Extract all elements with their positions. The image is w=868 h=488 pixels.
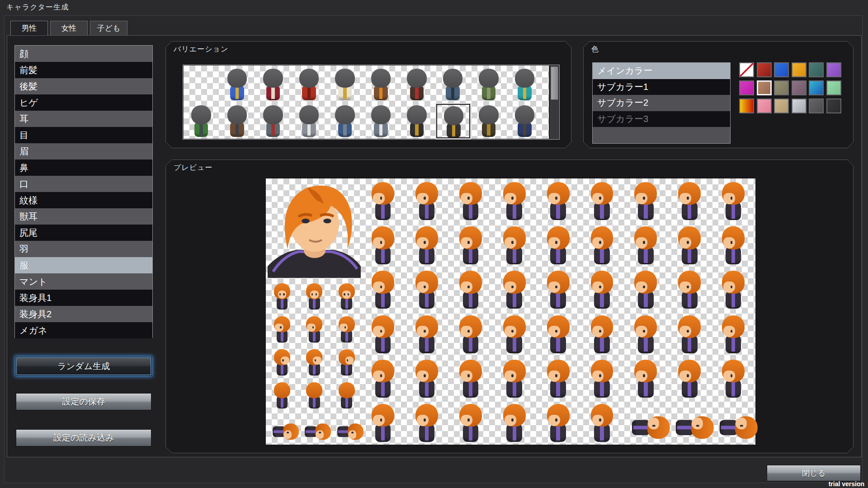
color-swatch[interactable] [809,80,824,95]
parts-list-item[interactable]: ヒゲ [15,94,152,111]
sprite-body-trim [688,249,691,263]
parts-list-item[interactable]: 鼻 [15,160,152,176]
walk-sprite [304,316,325,343]
sprite-head [678,315,701,338]
color-swatch[interactable] [826,80,841,95]
variation-scrollbar[interactable] [549,66,559,139]
variation-cell[interactable] [327,103,363,139]
color-target-item[interactable]: メインカラー [593,63,730,79]
sprite-body [375,291,391,309]
variation-cell[interactable] [399,103,435,139]
variation-cell[interactable] [292,103,327,139]
color-swatch-grid [739,62,844,116]
color-swatch[interactable] [739,99,754,113]
mannequin-sprite [512,105,538,137]
load-settings-button[interactable]: 設定の読み込み [16,429,151,446]
color-swatch[interactable] [809,62,824,77]
color-target-item[interactable]: サブカラー2 [593,95,730,111]
color-swatch[interactable] [792,62,807,77]
variation-cell[interactable] [363,103,399,139]
color-target-item[interactable]: サブカラー3 [593,111,730,127]
battler-sprite [675,226,704,264]
variation-cell[interactable] [220,66,255,103]
color-swatch[interactable] [792,80,807,95]
sprite-body-trim [688,381,691,396]
sprite-body [374,86,387,100]
variation-cell[interactable] [292,66,327,103]
parts-list-item[interactable]: 耳 [15,111,152,127]
parts-list-item[interactable]: 装身具1 [15,290,152,306]
variation-cell[interactable] [255,66,291,103]
sprite-head [722,182,745,205]
color-swatch[interactable] [792,99,807,113]
parts-list-item[interactable]: 紋様 [15,192,152,208]
sprite-body-trim [381,204,385,218]
variation-cell[interactable] [184,103,219,139]
scrollbar-thumb[interactable] [551,66,558,100]
battler-sprite [544,271,573,309]
sprite-body [726,202,741,220]
sprite-head [459,182,482,205]
parts-list-item[interactable]: 後髪 [15,78,152,94]
sprite-body-trim [425,337,429,352]
parts-list-item[interactable]: 顔 [15,46,152,62]
variation-cell[interactable] [255,103,291,139]
sprite-eye [424,374,426,377]
parts-list-item[interactable]: メガネ [15,322,152,338]
variation-cell[interactable] [471,66,507,103]
color-swatch[interactable] [757,99,772,113]
variation-cell[interactable] [471,103,507,139]
variation-cell[interactable] [184,66,219,103]
color-swatch[interactable] [774,62,789,77]
variation-cell[interactable] [363,66,399,103]
mannequin-sprite [368,105,394,137]
sprite-head [274,283,290,299]
variation-cell[interactable] [435,66,471,103]
variation-cell[interactable] [399,66,435,103]
mannequin-sprite [332,69,358,100]
color-swatch[interactable] [809,99,824,113]
sprite-eye [467,241,470,244]
save-settings-button[interactable]: 設定の保存 [16,393,151,410]
sprite-eye [424,330,426,333]
variation-cell[interactable] [507,103,543,139]
parts-list-item[interactable]: 尻尾 [15,225,152,241]
battler-sprite [544,404,573,442]
sprite-body-trim [306,430,316,433]
sprite-face [679,326,691,337]
tab-male[interactable]: 男性 [10,21,48,36]
tab-female[interactable]: 女性 [50,21,88,36]
sprite-body-trim [281,298,283,308]
variation-cell[interactable] [220,103,255,139]
variation-cell[interactable] [507,66,543,103]
color-swatch[interactable] [739,80,754,95]
random-generate-button[interactable]: ランダム生成 [16,357,151,375]
sprite-body [726,380,741,398]
close-button[interactable]: 閉じる [767,465,861,481]
parts-list-item[interactable]: 前髪 [15,62,152,78]
color-swatch[interactable] [739,62,754,77]
parts-list-item[interactable]: 羽 [15,241,152,257]
variation-cell[interactable] [435,103,471,139]
sprite-head [459,226,482,249]
color-target-item[interactable]: サブカラー1 [593,79,730,95]
parts-list-item[interactable]: 口 [15,176,152,192]
parts-list-item[interactable]: 装身具2 [15,306,152,322]
battler-sprite [456,271,485,309]
parts-list-item[interactable]: 眉 [15,143,152,160]
tab-child[interactable]: 子ども [90,21,127,36]
color-swatch[interactable] [826,99,841,113]
parts-list-item[interactable]: マント [15,273,152,290]
sprite-eye [555,418,557,422]
parts-list-item[interactable]: 目 [15,127,152,143]
color-swatch[interactable] [757,80,772,95]
sprite-eye [287,432,289,433]
color-swatch[interactable] [826,62,841,77]
sprite-head [339,382,355,398]
color-swatch[interactable] [774,80,789,95]
variation-cell[interactable] [327,66,363,103]
parts-list-item[interactable]: 服 [15,257,152,273]
parts-list-item[interactable]: 獣耳 [15,208,152,225]
color-swatch[interactable] [757,62,772,77]
color-swatch[interactable] [774,99,789,113]
